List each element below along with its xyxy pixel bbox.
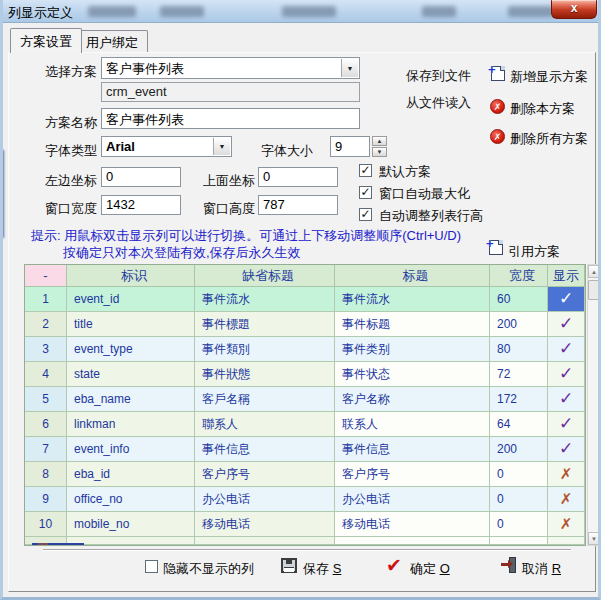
select-scheme-label: 选择方案 [45, 63, 97, 81]
cell-default-title: 客戶名稱 [195, 387, 335, 412]
font-type-value: Arial [106, 139, 135, 154]
reference-scheme-icon: + [489, 240, 503, 255]
show-check-icon[interactable]: ✓ [548, 362, 585, 387]
table-row[interactable]: 3 event_type 事件類別 事件类别 80 ✓ [25, 337, 585, 362]
save-to-file-link[interactable]: 保存到文件 [406, 67, 471, 85]
checkbox-box[interactable]: ✓ [359, 186, 372, 199]
chevron-down-icon[interactable]: ▼ [213, 138, 230, 155]
table-scrollbar[interactable]: ▲ ▼ [587, 264, 601, 546]
add-scheme-button[interactable]: 新增显示方案 [510, 68, 588, 86]
cell-default-title: 事件標題 [195, 312, 335, 337]
font-size-stepper[interactable]: ▲ ▼ [372, 136, 387, 157]
page-fold [500, 66, 505, 71]
cell-width: 200 [490, 312, 548, 337]
font-type-combobox[interactable]: Arial ▼ [101, 136, 232, 157]
table-row[interactable]: 10 mobile_no 移动电话 移动电话 0 ✗ [25, 512, 585, 537]
cell-title: 事件标题 [335, 312, 490, 337]
show-x-icon[interactable]: ✗ [548, 512, 585, 537]
ok-check-icon: ✔ [386, 557, 402, 575]
cell-width: 0 [490, 512, 548, 537]
cell-index: 9 [25, 487, 67, 512]
cell-title: 客户名称 [335, 387, 490, 412]
reference-scheme-button[interactable]: 引用方案 [508, 243, 560, 261]
cell-width: 172 [490, 387, 548, 412]
cell-width: 60 [490, 287, 548, 312]
table-row[interactable]: 2 title 事件標題 事件标题 200 ✓ [25, 312, 585, 337]
save-label: 保存 [303, 561, 329, 576]
plus-icon: + [488, 62, 496, 77]
cell-index: 4 [25, 362, 67, 387]
left-coord-input[interactable]: 0 [101, 167, 181, 187]
cell-title: 移动电话 [335, 512, 490, 537]
spinner-down-icon[interactable]: ▼ [372, 147, 387, 157]
select-scheme-combobox[interactable]: 客户事件列表 ▼ [101, 57, 360, 79]
arrow-shape [501, 563, 509, 566]
left-coord-label: 左边坐标 [45, 172, 97, 190]
show-check-icon[interactable]: ✓ [548, 337, 585, 362]
cell-width: 80 [490, 337, 548, 362]
read-from-file-link[interactable]: 从文件读入 [406, 94, 471, 112]
show-check-icon[interactable]: ✓ [548, 312, 585, 337]
plus-icon: + [486, 236, 494, 251]
cell-index: 7 [25, 437, 67, 462]
delete-icon: ✗ [490, 99, 505, 114]
close-button[interactable]: x [551, 0, 597, 19]
header-default-title[interactable]: 缺省标题 [195, 265, 335, 287]
delete-scheme-button[interactable]: 删除本方案 [510, 100, 575, 118]
hide-columns-checkbox[interactable] [145, 560, 158, 573]
table-row[interactable]: 7 event_info 事件信息 事件信息 200 ✓ [25, 437, 585, 462]
cell-identifier: event_info [67, 437, 195, 462]
cancel-exit-icon [501, 557, 516, 573]
font-size-input[interactable]: 9 [330, 136, 370, 157]
window-height-input[interactable]: 787 [258, 195, 338, 215]
table-row[interactable]: 5 eba_name 客戶名稱 客户名称 172 ✓ [25, 387, 585, 412]
font-size-label: 字体大小 [261, 142, 313, 160]
window-width-label: 窗口宽度 [45, 200, 97, 218]
cell-index: 2 [25, 312, 67, 337]
delete-all-schemes-button[interactable]: 删除所有方案 [510, 130, 588, 148]
checkbox-box[interactable]: ✓ [359, 164, 372, 177]
cancel-button[interactable]: 取消 R [522, 560, 561, 578]
show-check-icon[interactable]: ✓ [548, 412, 585, 437]
save-button[interactable]: 保存 S [303, 560, 341, 578]
columns-table: - 标识 缺省标题 标题 宽度 显示 1 event_id 事件流水 事件流水 … [24, 264, 586, 546]
table-row[interactable]: 1 event_id 事件流水 事件流水 60 ✓ [25, 287, 585, 312]
spinner-up-icon[interactable]: ▲ [372, 136, 387, 146]
ok-button[interactable]: 确定 O [410, 560, 450, 578]
header-show[interactable]: 显示 [548, 265, 585, 287]
ok-accel-key: O [440, 561, 450, 576]
header-width[interactable]: 宽度 [490, 265, 548, 287]
top-coord-input[interactable]: 0 [258, 167, 338, 187]
show-check-icon[interactable]: ✓ [548, 287, 585, 312]
show-x-icon[interactable]: ✗ [548, 487, 585, 512]
table-row[interactable]: 9 office_no 办公电话 办公电话 0 ✗ [25, 487, 585, 512]
show-x-icon[interactable]: ✗ [548, 462, 585, 487]
font-size-value: 9 [335, 139, 342, 154]
cell-identifier: office_no [67, 487, 195, 512]
tab-user-binding[interactable]: 用户绑定 [76, 30, 148, 53]
scheme-name-input[interactable]: 客户事件列表 [101, 108, 360, 129]
scroll-down-button[interactable]: ▼ [588, 532, 600, 545]
show-check-icon[interactable]: ✓ [548, 387, 585, 412]
table-header-row: - 标识 缺省标题 标题 宽度 显示 [25, 265, 585, 287]
title-bar: 列显示定义 x [0, 0, 601, 23]
table-row[interactable]: 8 eba_id 客户序号 客户序号 0 ✗ [25, 462, 585, 487]
window-width-input[interactable]: 1432 [101, 195, 181, 215]
chevron-down-icon[interactable]: ▼ [341, 59, 358, 77]
header-title[interactable]: 标题 [335, 265, 490, 287]
show-check-icon[interactable]: ✓ [548, 437, 585, 462]
checkbox-box[interactable]: ✓ [359, 208, 372, 221]
header-index[interactable]: - [25, 265, 67, 287]
table-row[interactable]: 4 state 事件狀態 事件状态 72 ✓ [25, 362, 585, 387]
cell-title: 事件信息 [335, 437, 490, 462]
tab-scheme-settings[interactable]: 方案设置 [10, 28, 82, 53]
scrollbar-thumb[interactable] [588, 280, 600, 300]
scheme-code-value: crm_event [106, 84, 167, 99]
partial-cell [490, 537, 548, 545]
scroll-up-button[interactable]: ▲ [588, 265, 600, 278]
header-identifier[interactable]: 标识 [67, 265, 195, 287]
tab-label: 方案设置 [20, 34, 72, 49]
cell-identifier: linkman [67, 412, 195, 437]
separator-line [43, 549, 571, 551]
table-row[interactable]: 6 linkman 聯系人 联系人 64 ✓ [25, 412, 585, 437]
